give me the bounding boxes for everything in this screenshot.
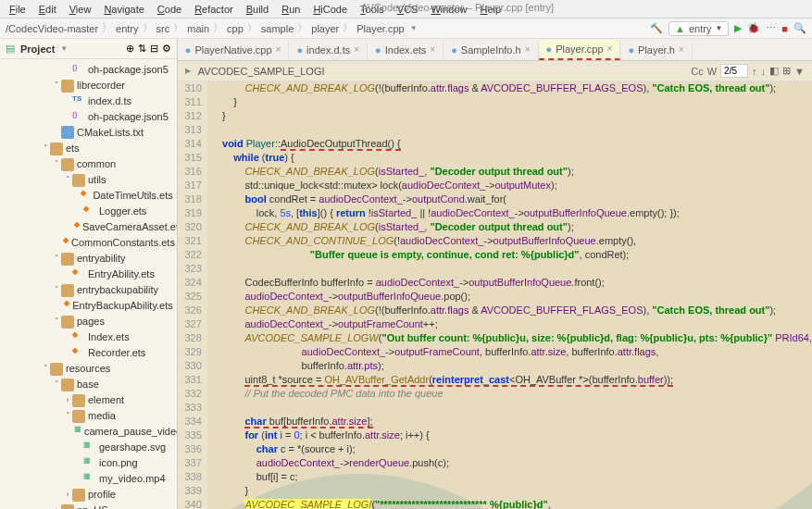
tree-node[interactable]: ˅ets bbox=[0, 140, 177, 155]
breadcrumb-item[interactable]: sample bbox=[261, 23, 294, 34]
menu-navigate[interactable]: Navigate bbox=[98, 2, 149, 17]
line-gutter[interactable]: 3103113123133143153163173183193203213223… bbox=[178, 81, 207, 509]
breadcrumb-item[interactable]: /CodecVideo-master bbox=[6, 23, 98, 34]
breadcrumb-bar: /CodecVideo-master〉entry〉src〉main〉cpp〉sa… bbox=[0, 19, 812, 39]
project-tree[interactable]: {}oh-package.json5˅librecorderTSindex.d.… bbox=[0, 59, 177, 509]
tree-node[interactable]: ˅pages bbox=[0, 313, 177, 329]
words-icon[interactable]: W bbox=[707, 66, 717, 77]
nav-position[interactable] bbox=[720, 64, 748, 78]
filter-icon[interactable]: ▼ bbox=[794, 66, 805, 77]
menu-refactor[interactable]: Refactor bbox=[189, 2, 239, 17]
breadcrumb-item[interactable]: Player.cpp bbox=[356, 23, 404, 34]
hammer-icon[interactable]: 🔨 bbox=[650, 22, 663, 34]
toggle-icon[interactable]: ⊞ bbox=[782, 65, 791, 77]
tab-PlayerNative-cpp[interactable]: ●PlayerNative.cpp× bbox=[178, 41, 290, 59]
tree-node[interactable]: ◆Index.ets bbox=[0, 329, 177, 344]
close-icon[interactable]: × bbox=[525, 44, 531, 55]
project-sidebar: ▤ Project ▼ ⊕ ⇅ ⊟ ⚙ {}oh-package.json5˅l… bbox=[0, 39, 178, 509]
tab-Player-h[interactable]: ●Player.h× bbox=[620, 41, 692, 59]
close-icon[interactable]: × bbox=[679, 44, 684, 55]
tree-node[interactable]: ▦camera_pause_video bbox=[0, 423, 177, 439]
menu-hicode[interactable]: HiCode bbox=[307, 2, 353, 17]
tree-node[interactable]: ˅librecorder bbox=[0, 77, 177, 93]
breadcrumb-item[interactable]: src bbox=[156, 23, 170, 34]
tree-node[interactable]: ˅utils bbox=[0, 171, 177, 187]
tab-index-d-ts[interactable]: ●index.d.ts× bbox=[289, 41, 368, 59]
code-breadcrumb[interactable]: AVCODEC_SAMPLE_LOGI bbox=[198, 66, 325, 77]
project-tab-icon: ▤ bbox=[6, 43, 15, 55]
nav-up-icon[interactable]: ↑ bbox=[752, 66, 757, 77]
project-label[interactable]: Project bbox=[20, 43, 55, 55]
menu-file[interactable]: File bbox=[4, 2, 31, 17]
tree-node[interactable]: ◆Logger.ets bbox=[0, 203, 177, 218]
tree-node[interactable]: ◆EntryBackupAbility.ets bbox=[0, 297, 177, 313]
code-editor[interactable]: CHECK_AND_BREAK_LOG(!(bufferInfo.attr.fl… bbox=[207, 81, 812, 509]
tree-node[interactable]: ◆CommonConstants.ets bbox=[0, 234, 177, 250]
menu-run[interactable]: Run bbox=[276, 2, 306, 17]
tree-node[interactable]: ˅base bbox=[0, 376, 177, 391]
menu-view[interactable]: View bbox=[64, 2, 97, 17]
menu-code[interactable]: Code bbox=[152, 2, 187, 17]
select-opened-icon[interactable]: ⊕ bbox=[126, 43, 134, 55]
tree-node[interactable]: ◆DateTimeUtils.ets bbox=[0, 187, 177, 203]
tree-node[interactable]: {}oh-package.json5 bbox=[0, 108, 177, 124]
run-config-selector[interactable]: ▲entry▼ bbox=[668, 21, 729, 36]
tree-node[interactable]: ▦icon.png bbox=[0, 454, 177, 470]
tab-Index-ets[interactable]: ●Index.ets× bbox=[368, 41, 443, 59]
tree-node[interactable]: ◆Recorder.ets bbox=[0, 344, 177, 360]
tree-node[interactable]: ˅entryability bbox=[0, 250, 177, 266]
tree-node[interactable]: ˅media bbox=[0, 407, 177, 423]
tab-Player-cpp[interactable]: ●Player.cpp× bbox=[539, 40, 621, 60]
breadcrumb-item[interactable]: main bbox=[187, 23, 209, 34]
tab-SampleInfo-h[interactable]: ●SampleInfo.h× bbox=[443, 41, 538, 59]
highlight-icon[interactable]: ◧ bbox=[769, 65, 779, 77]
tree-node[interactable]: TSindex.d.ts bbox=[0, 93, 177, 108]
match-case-icon[interactable]: Cc bbox=[691, 66, 703, 77]
tree-node[interactable]: ◆SaveCameraAsset.ets bbox=[0, 218, 177, 234]
tree-node[interactable]: ▦gearshape.svg bbox=[0, 439, 177, 454]
tree-node[interactable]: ˅common bbox=[0, 155, 177, 171]
expand-icon[interactable]: ⇅ bbox=[138, 43, 146, 55]
tree-node[interactable]: ˅entrybackupability bbox=[0, 281, 177, 297]
tree-node[interactable]: CMakeLists.txt bbox=[0, 124, 177, 140]
tree-node[interactable]: ›profile bbox=[0, 486, 177, 502]
tree-node[interactable]: ˅resources bbox=[0, 360, 177, 376]
close-icon[interactable]: × bbox=[607, 43, 613, 54]
stop-icon[interactable]: ■ bbox=[781, 23, 788, 34]
settings-icon[interactable]: ⚙ bbox=[162, 43, 171, 55]
tree-node[interactable]: ›element bbox=[0, 391, 177, 407]
tree-node[interactable]: ▦my_video.mp4 bbox=[0, 470, 177, 486]
more-icon[interactable]: ⋯ bbox=[766, 22, 776, 34]
tree-node[interactable]: ◆EntryAbility.ets bbox=[0, 266, 177, 281]
editor-tabs: ●PlayerNative.cpp×●index.d.ts×●Index.ets… bbox=[178, 39, 812, 61]
run-icon[interactable]: ▶ bbox=[734, 22, 742, 34]
debug-icon[interactable]: 🐞 bbox=[747, 22, 760, 34]
close-icon[interactable]: × bbox=[276, 44, 281, 55]
nav-down-icon[interactable]: ↓ bbox=[761, 66, 767, 77]
close-icon[interactable]: × bbox=[354, 44, 359, 55]
collapse-icon[interactable]: ⊟ bbox=[150, 43, 158, 55]
menu-build[interactable]: Build bbox=[241, 2, 274, 17]
menu-edit[interactable]: Edit bbox=[33, 2, 62, 17]
close-icon[interactable]: × bbox=[430, 44, 435, 55]
window-title: AVCodecVideo-master – Player.cpp [entry] bbox=[361, 2, 554, 13]
breadcrumb-item[interactable]: entry bbox=[116, 23, 138, 34]
tree-node[interactable]: ›en_US bbox=[0, 502, 177, 509]
breadcrumb-item[interactable]: player bbox=[311, 23, 339, 34]
breadcrumb-item[interactable]: cpp bbox=[227, 23, 244, 34]
tree-node[interactable]: {}oh-package.json5 bbox=[0, 61, 177, 77]
search-icon[interactable]: 🔍 bbox=[793, 22, 806, 34]
